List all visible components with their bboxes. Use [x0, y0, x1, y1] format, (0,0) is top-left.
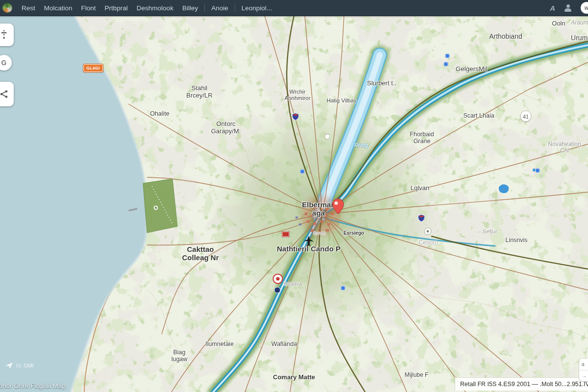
map-label: Biag lugaw — [172, 349, 188, 363]
map-label: Wafianda — [271, 341, 297, 347]
map-label: Lqlvan — [411, 185, 429, 192]
map-label: Novaheation Chl — [548, 141, 581, 154]
poi-marker[interactable] — [535, 168, 540, 173]
map-label: Scart Lhaia — [463, 112, 494, 119]
brand-text: I:t. GMl — [16, 363, 33, 368]
map-label: Sstadval — [284, 281, 302, 287]
pin-red-marker[interactable] — [332, 198, 344, 217]
menu-item-rest[interactable]: Rest — [17, 0, 40, 16]
menu-item-anoie[interactable]: Anoie — [207, 0, 233, 16]
map-brand-badge[interactable]: I:t. GMl — [5, 362, 33, 369]
poi-marker[interactable] — [445, 53, 450, 58]
scale-text: Retall FR I5S 4.ES9 2001 — .Molt 50...2.… — [460, 381, 588, 388]
map-label: Comary Matte — [273, 374, 315, 381]
map-label: GelgersMil — [456, 65, 488, 73]
brand-bird-icon — [5, 362, 13, 369]
menu-item-deshmolook[interactable]: Deshmolook — [132, 0, 178, 16]
white-badge-marker[interactable] — [424, 228, 432, 235]
menu-separator — [204, 4, 205, 12]
red-box-marker[interactable] — [282, 232, 290, 237]
menu-item-prtbpral[interactable]: Prtbpral — [100, 0, 132, 16]
map-label: Elbermaii aga — [302, 201, 335, 218]
map-label: Rivog — [354, 142, 368, 148]
user-icon[interactable] — [564, 4, 572, 11]
corner-button-bottom[interactable]: → — [579, 370, 588, 382]
map-label: Fhorbaid Grane — [410, 131, 434, 145]
zoom-dot-glyph: • — [3, 36, 5, 40]
map-label: Wrchir Annhmiror — [284, 89, 310, 101]
avatar[interactable]: w — [581, 2, 588, 14]
route-badge-marker[interactable]: GL4GI — [83, 64, 103, 72]
shield-icon — [325, 134, 330, 140]
topbar-right-actions: A w — [550, 0, 588, 16]
app-logo-icon[interactable] — [2, 3, 12, 13]
share-icon — [0, 89, 9, 99]
circle-badge-marker[interactable]: 41 — [520, 111, 532, 122]
font-icon[interactable]: A — [550, 4, 555, 12]
poi-marker[interactable] — [341, 286, 345, 291]
menu-item-molcation[interactable]: Molcation — [40, 0, 77, 16]
airport-icon — [303, 236, 314, 246]
map-label: Mijlube F — [405, 372, 429, 378]
compass-label: G — [1, 59, 7, 67]
shield-marker[interactable] — [418, 215, 425, 224]
map-label: Slurbert t.. — [367, 80, 396, 87]
map-canvas[interactable] — [0, 16, 588, 392]
map-label: – Sefjur — [478, 228, 497, 235]
map-label: Urumed — [571, 34, 588, 42]
highway-shield-icon — [418, 215, 425, 222]
map-label: Stahil Brcey/LR — [186, 85, 212, 99]
menu-item-leonpiol-[interactable]: Leonpiol... — [237, 0, 276, 16]
menu-item-flont[interactable]: Flont — [77, 0, 100, 16]
map-label: Brrvio — [314, 231, 326, 236]
target-red-marker[interactable] — [273, 274, 283, 284]
shield-marker[interactable] — [293, 113, 299, 122]
map-label: Araum — [571, 20, 588, 26]
poi-marker[interactable] — [300, 169, 305, 174]
zoom-control[interactable]: ÷ • — [0, 24, 14, 46]
corner-button-top[interactable]: a — [579, 359, 588, 370]
corner-controls: a → — [579, 359, 588, 381]
map-label: Esrsiego — [343, 230, 364, 236]
map-label: Ontorc Garapy/M: — [211, 121, 241, 135]
poi-marker[interactable] — [443, 62, 448, 67]
pin-icon — [332, 198, 344, 215]
menu-separator — [235, 4, 235, 12]
map-label: Ooln — [552, 20, 565, 27]
map-application-window: RestMolcationFlontPrtbpralDeshmolookBill… — [0, 0, 588, 392]
map-label: Ilumnetaie — [205, 341, 234, 347]
top-menu-bar: RestMolcationFlontPrtbpralDeshmolookBill… — [0, 0, 588, 16]
shield-white-marker[interactable] — [325, 133, 330, 142]
map-attribution: rohor Onre Ficgiuil Map — [0, 382, 66, 390]
highway-shield-icon — [293, 113, 299, 121]
map-label: Ohalite — [150, 110, 170, 117]
navy-dot-marker[interactable] — [274, 287, 281, 294]
map-label: Arthobiand — [489, 33, 522, 41]
share-button[interactable] — [0, 82, 14, 106]
map-label: Cenorn — [418, 240, 438, 246]
scale-info-bar: Retall FR I5S 4.ES9 2001 — .Molt 50...2.… — [455, 377, 588, 391]
map-viewport: OolnAraumArthobiandUrumedGelgersMilSlurb… — [0, 16, 588, 392]
map-label: Linsnvis — [505, 237, 527, 244]
map-label: Hatig Vilbay — [326, 98, 356, 104]
main-menu: RestMolcationFlontPrtbpralDeshmolookBill… — [17, 0, 276, 16]
menu-item-billey[interactable]: Billey — [178, 0, 202, 16]
plane-marker[interactable] — [303, 236, 314, 248]
map-label: Cakttao Colleag Nr — [182, 245, 219, 262]
